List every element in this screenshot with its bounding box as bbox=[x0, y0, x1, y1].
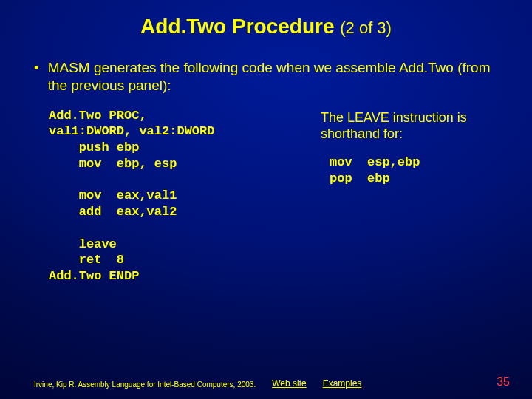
note-column: The LEAVE instruction is shorthand for: … bbox=[285, 108, 498, 284]
content-columns: Add.Two PROC, val1:DWORD, val2:DWORD pus… bbox=[34, 108, 498, 284]
slide-body: • MASM generates the following code when… bbox=[0, 38, 532, 284]
note-code: mov esp,ebp pop ebp bbox=[321, 154, 498, 187]
slide-title: Add.Two Procedure (2 of 3) bbox=[0, 0, 532, 38]
bullet-icon: • bbox=[34, 59, 39, 77]
assembly-code: Add.Two PROC, val1:DWORD, val2:DWORD pus… bbox=[49, 108, 285, 284]
footer-credit: Irvine, Kip R. Assembly Language for Int… bbox=[34, 381, 256, 389]
note-text: The LEAVE instruction is shorthand for: bbox=[321, 109, 498, 143]
title-main: Add.Two Procedure bbox=[140, 15, 334, 38]
slide-footer: Irvine, Kip R. Assembly Language for Int… bbox=[0, 375, 532, 389]
title-pager: (2 of 3) bbox=[340, 18, 392, 37]
footer-links: Web site Examples bbox=[256, 378, 361, 389]
website-link[interactable]: Web site bbox=[272, 378, 306, 389]
bullet-text: MASM generates the following code when w… bbox=[48, 59, 498, 95]
page-number: 35 bbox=[497, 375, 510, 389]
bullet-item: • MASM generates the following code when… bbox=[34, 59, 498, 95]
examples-link[interactable]: Examples bbox=[323, 378, 362, 389]
code-column: Add.Two PROC, val1:DWORD, val2:DWORD pus… bbox=[49, 108, 285, 284]
slide: Add.Two Procedure (2 of 3) • MASM genera… bbox=[0, 0, 532, 399]
